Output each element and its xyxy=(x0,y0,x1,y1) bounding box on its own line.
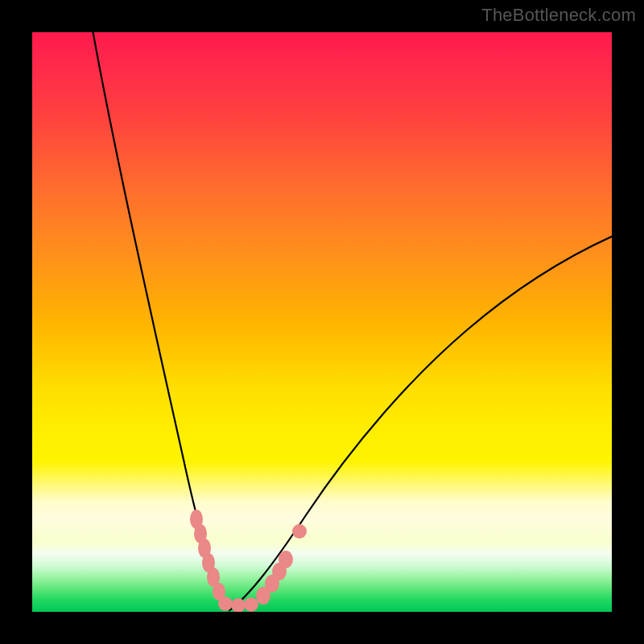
plot-area xyxy=(32,32,612,612)
marker-dot xyxy=(292,524,307,539)
outer-black-frame: TheBottleneck.com xyxy=(0,0,644,644)
marker-dot xyxy=(279,551,293,568)
curve-left-branch xyxy=(90,32,229,610)
marker-dot xyxy=(218,597,233,611)
marker-dot xyxy=(231,598,246,612)
marker-cluster xyxy=(190,510,307,612)
marker-dot xyxy=(244,597,258,612)
watermark-text: TheBottleneck.com xyxy=(481,5,636,26)
curve-layer xyxy=(32,32,612,612)
